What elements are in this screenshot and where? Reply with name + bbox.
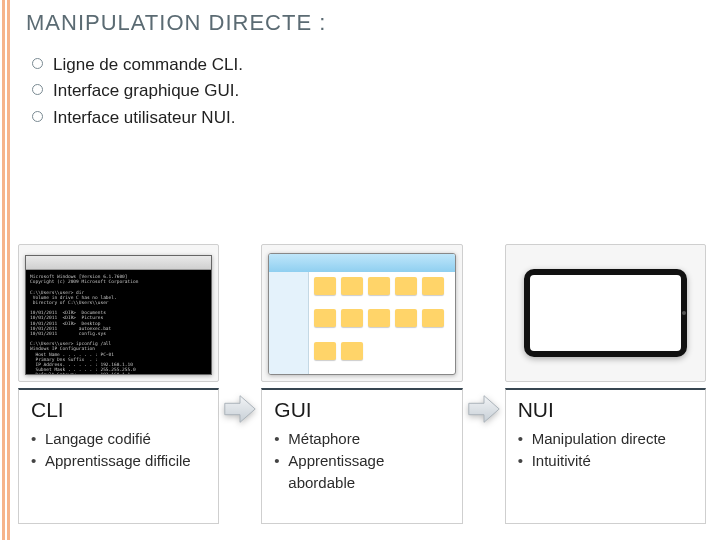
card-point: Manipulation directe: [518, 428, 693, 450]
bullet-item: Ligne de commande CLI.: [32, 52, 706, 78]
card-point: Intuitivité: [518, 450, 693, 472]
card-title: CLI: [31, 398, 206, 422]
decorative-left-band: [0, 0, 14, 540]
bullet-item: Interface graphique GUI.: [32, 78, 706, 104]
card-point: Langage codifié: [31, 428, 206, 450]
card-gui: GUI Métaphore Apprentissage abordable: [261, 388, 462, 524]
cli-screenshot: Microsoft Windows [Version 6.1.7600] Cop…: [18, 244, 219, 382]
terminal-window-icon: Microsoft Windows [Version 6.1.7600] Cop…: [25, 255, 212, 375]
bullet-item: Interface utilisateur NUI.: [32, 105, 706, 131]
tablet-device-icon: [524, 269, 687, 357]
card-point: Métaphore: [274, 428, 449, 450]
card-point: Apprentissage difficile: [31, 450, 206, 472]
file-explorer-icon: [268, 253, 455, 375]
card-title: NUI: [518, 398, 693, 422]
arrow-icon: [463, 294, 505, 524]
bullet-list: Ligne de commande CLI. Interface graphiq…: [32, 52, 706, 131]
card-title: GUI: [274, 398, 449, 422]
gui-screenshot: [261, 244, 462, 382]
card-point: Apprentissage abordable: [274, 450, 449, 494]
card-cli: CLI Langage codifié Apprentissage diffic…: [18, 388, 219, 524]
evolution-row: Microsoft Windows [Version 6.1.7600] Cop…: [18, 244, 706, 524]
slide-content: MANIPULATION DIRECTE : Ligne de commande…: [26, 10, 706, 530]
title-text: MANIPULATION DIRECTE :: [26, 10, 326, 35]
column-nui: NUI Manipulation directe Intuitivité: [505, 244, 706, 524]
nui-screenshot: [505, 244, 706, 382]
column-cli: Microsoft Windows [Version 6.1.7600] Cop…: [18, 244, 219, 524]
column-gui: GUI Métaphore Apprentissage abordable: [261, 244, 462, 524]
terminal-text: Microsoft Windows [Version 6.1.7600] Cop…: [26, 270, 211, 375]
card-nui: NUI Manipulation directe Intuitivité: [505, 388, 706, 524]
arrow-icon: [219, 294, 261, 524]
slide-title: MANIPULATION DIRECTE :: [26, 10, 706, 36]
